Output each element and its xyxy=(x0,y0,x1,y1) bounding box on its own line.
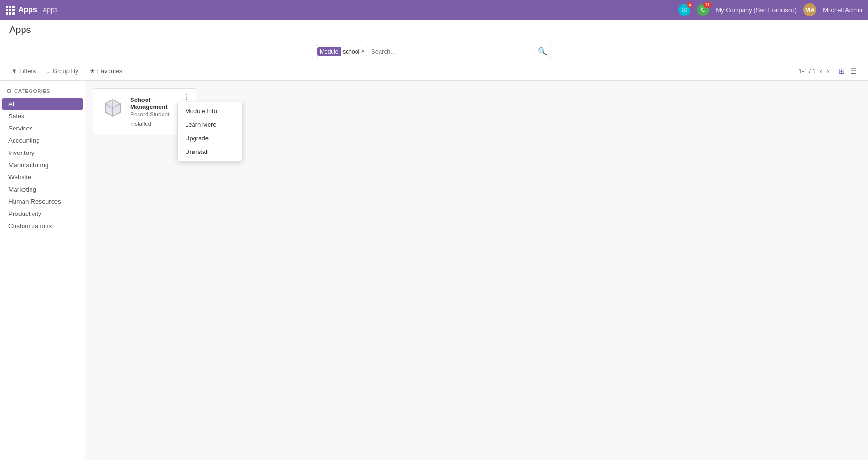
search-input[interactable] xyxy=(367,46,534,57)
page-title: Apps xyxy=(9,24,859,35)
search-tag-remove[interactable]: ✕ xyxy=(361,48,365,54)
search-tag-value: school ✕ xyxy=(341,47,367,56)
search-button[interactable]: 🔍 xyxy=(534,45,551,58)
dropdown-item-module-info[interactable]: Module Info xyxy=(178,104,242,118)
avatar-initials: MA xyxy=(805,7,814,14)
groupby-button[interactable]: ≡ Group By xyxy=(45,67,80,76)
favorites-label: Favorites xyxy=(97,68,122,75)
grid-view-button[interactable]: ⊞ xyxy=(837,66,846,77)
filter-label: Filters xyxy=(19,68,36,75)
search-tag-module: Module xyxy=(317,47,341,56)
sidebar-item-customizations[interactable]: Customizations xyxy=(2,220,83,232)
sidebar-item-manufacturing[interactable]: Manufacturing xyxy=(2,159,83,171)
filter-left: ▼ Filters ≡ Group By ★ Favorites xyxy=(9,67,124,76)
favorites-button[interactable]: ★ Favorites xyxy=(88,67,124,76)
avatar[interactable]: MA xyxy=(803,3,816,16)
company-name[interactable]: My Company (San Francisco) xyxy=(716,7,797,14)
main-layout: CATEGORIES All Sales Services Accounting… xyxy=(0,81,868,460)
content-area: School Management Record Student Install… xyxy=(85,81,868,460)
username[interactable]: Mitchell Admin xyxy=(823,7,862,14)
sidebar-item-services[interactable]: Services xyxy=(2,123,83,134)
filters-button[interactable]: ▼ Filters xyxy=(9,67,38,76)
search-bar-row: Module school ✕ 🔍 xyxy=(9,40,859,63)
groupby-label: Group By xyxy=(53,68,78,75)
filter-icon: ▼ xyxy=(11,68,17,75)
app-card-menu-button[interactable]: ⋮ xyxy=(181,92,192,102)
apps-grid-icon[interactable] xyxy=(6,6,15,15)
cube-svg xyxy=(102,98,123,118)
sidebar-item-website[interactable]: Website xyxy=(2,171,83,183)
pagination-prev[interactable]: ‹ xyxy=(819,67,823,75)
search-tag-text: school xyxy=(343,48,359,55)
list-view-button[interactable]: ☰ xyxy=(848,66,859,77)
message-badge: 4 xyxy=(687,2,693,8)
sidebar-item-accounting[interactable]: Accounting xyxy=(2,135,83,146)
app-card-icon xyxy=(101,96,124,120)
favorites-icon: ★ xyxy=(90,68,95,75)
sidebar: CATEGORIES All Sales Services Accounting… xyxy=(0,81,85,460)
sidebar-item-productivity[interactable]: Productivity xyxy=(2,208,83,220)
categories-dot-icon xyxy=(7,89,11,93)
sidebar-item-all[interactable]: All xyxy=(2,98,83,110)
view-toggle: ⊞ ☰ xyxy=(837,66,859,77)
activity-icon-badge[interactable]: ↻ 11 xyxy=(697,4,709,16)
topbar-breadcrumb: Apps xyxy=(43,6,58,14)
pagination-text: 1-1 / 1 xyxy=(798,68,816,75)
sidebar-item-marketing[interactable]: Marketing xyxy=(2,184,83,195)
topbar-app-title: Apps xyxy=(18,6,37,14)
activity-badge: 11 xyxy=(703,2,712,8)
filter-row: ▼ Filters ≡ Group By ★ Favorites 1-1 / 1… xyxy=(9,63,859,80)
app-card-dropdown-menu: Module Info Learn More Upgrade Uninstall xyxy=(177,102,243,161)
messages-icon-badge[interactable]: ✉ 4 xyxy=(678,4,690,16)
groupby-icon: ≡ xyxy=(47,68,51,75)
categories-label: CATEGORIES xyxy=(14,88,50,94)
pagination-next[interactable]: › xyxy=(826,67,830,75)
categories-section-title: CATEGORIES xyxy=(0,88,85,98)
subheader: Apps Module school ✕ 🔍 ▼ Filters ≡ Group… xyxy=(0,20,868,81)
dropdown-item-upgrade[interactable]: Upgrade xyxy=(178,131,242,145)
dropdown-item-uninstall[interactable]: Uninstall xyxy=(178,145,242,159)
sidebar-item-human-resources[interactable]: Human Resources xyxy=(2,196,83,207)
topbar: Apps Apps ✉ 4 ↻ 11 My Company (San Franc… xyxy=(0,0,868,20)
sidebar-item-sales[interactable]: Sales xyxy=(2,110,83,122)
sidebar-item-inventory[interactable]: Inventory xyxy=(2,147,83,159)
dropdown-item-learn-more[interactable]: Learn More xyxy=(178,118,242,131)
app-card-school-management[interactable]: School Management Record Student Install… xyxy=(93,88,196,135)
search-box: Module school ✕ 🔍 xyxy=(317,45,551,58)
topbar-right: ✉ 4 ↻ 11 My Company (San Francisco) MA M… xyxy=(678,3,862,16)
pagination-info: 1-1 / 1 ‹ › ⊞ ☰ xyxy=(798,66,859,77)
